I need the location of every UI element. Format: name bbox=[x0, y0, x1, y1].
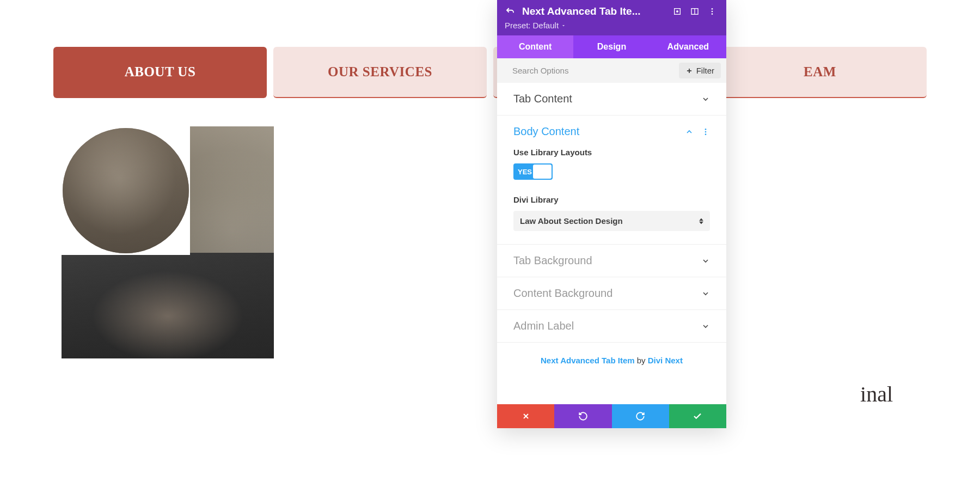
about-image-justice bbox=[63, 128, 189, 253]
save-button[interactable] bbox=[669, 404, 726, 428]
more-options-icon[interactable] bbox=[707, 6, 718, 17]
chevron-up-icon bbox=[685, 127, 694, 136]
filter-button[interactable]: Filter bbox=[679, 63, 721, 78]
author-link[interactable]: Divi Next bbox=[648, 356, 683, 365]
panel-footer bbox=[497, 404, 726, 428]
svg-point-9 bbox=[705, 129, 707, 130]
module-name-link[interactable]: Next Advanced Tab Item bbox=[541, 356, 635, 365]
about-image-composite bbox=[62, 126, 274, 358]
section-title: Content Background bbox=[513, 287, 612, 300]
redo-button[interactable] bbox=[612, 404, 669, 428]
panel-tab-bar: Content Design Advanced bbox=[497, 35, 726, 58]
section-title: Admin Label bbox=[513, 320, 574, 332]
panel-tab-advanced[interactable]: Advanced bbox=[650, 35, 726, 58]
svg-point-10 bbox=[705, 131, 707, 132]
divi-library-label: Divi Library bbox=[513, 195, 710, 204]
svg-point-4 bbox=[712, 8, 713, 10]
panel-tab-content[interactable]: Content bbox=[497, 35, 573, 58]
plus-icon bbox=[685, 67, 693, 75]
search-input[interactable] bbox=[512, 66, 673, 75]
redo-icon bbox=[635, 411, 645, 421]
module-settings-panel: Next Advanced Tab Ite... Preset: Default… bbox=[497, 0, 726, 428]
preset-row[interactable]: Preset: Default bbox=[505, 21, 718, 30]
svg-point-1 bbox=[677, 11, 678, 13]
preset-value: Default bbox=[533, 21, 559, 30]
filter-label: Filter bbox=[696, 66, 714, 75]
section-title: Body Content bbox=[513, 125, 579, 138]
section-title: Tab Content bbox=[513, 93, 572, 105]
section-admin-label[interactable]: Admin Label bbox=[497, 310, 726, 343]
main-tabs: ABOUT US OUR SERVICES TRUSTED US EAM bbox=[0, 0, 980, 98]
check-icon bbox=[693, 411, 702, 421]
by-text: by bbox=[635, 356, 648, 365]
close-button[interactable] bbox=[497, 404, 554, 428]
tab-our-services[interactable]: OUR SERVICES bbox=[273, 47, 487, 98]
chevron-down-icon bbox=[701, 257, 710, 265]
divi-library-select[interactable]: Law About Section Design bbox=[513, 211, 710, 231]
search-row: Filter bbox=[497, 58, 726, 83]
background-heading-fragment: inal bbox=[860, 381, 893, 407]
about-image-lawyer bbox=[62, 253, 274, 358]
tab-about-us[interactable]: ABOUT US bbox=[53, 47, 267, 98]
preset-label: Preset: bbox=[505, 21, 531, 30]
toggle-knob bbox=[533, 165, 552, 179]
panel-body: Tab Content Body Content Use Library Lay… bbox=[497, 83, 726, 404]
undo-icon bbox=[578, 411, 588, 421]
body-content-fields: Use Library Layouts YES Divi Library Law… bbox=[497, 148, 726, 245]
section-body-content[interactable]: Body Content bbox=[497, 115, 726, 148]
section-tab-background[interactable]: Tab Background bbox=[497, 245, 726, 277]
use-library-label: Use Library Layouts bbox=[513, 148, 710, 157]
close-icon bbox=[522, 412, 530, 421]
tab-team[interactable]: EAM bbox=[713, 47, 927, 98]
chevron-down-icon bbox=[701, 289, 710, 298]
section-tab-content[interactable]: Tab Content bbox=[497, 83, 726, 115]
expand-icon[interactable] bbox=[672, 6, 683, 17]
section-title: Tab Background bbox=[513, 254, 592, 267]
svg-point-6 bbox=[712, 13, 713, 15]
chevron-down-icon bbox=[701, 95, 710, 104]
panel-title: Next Advanced Tab Ite... bbox=[522, 5, 665, 17]
panel-tab-design[interactable]: Design bbox=[573, 35, 650, 58]
undo-back-icon[interactable] bbox=[505, 6, 516, 17]
about-image-circle-wrap bbox=[62, 126, 190, 255]
chevron-down-icon bbox=[701, 322, 710, 331]
module-credit: Next Advanced Tab Item by Divi Next bbox=[497, 343, 726, 378]
use-library-toggle[interactable]: YES bbox=[513, 163, 553, 180]
svg-point-11 bbox=[705, 133, 707, 135]
column-view-icon[interactable] bbox=[689, 6, 700, 17]
kebab-icon[interactable] bbox=[701, 127, 710, 136]
svg-point-5 bbox=[712, 11, 713, 13]
undo-button[interactable] bbox=[554, 404, 611, 428]
tab-content-area bbox=[0, 126, 980, 358]
section-content-background[interactable]: Content Background bbox=[497, 277, 726, 310]
panel-header: Next Advanced Tab Ite... Preset: Default bbox=[497, 0, 726, 35]
toggle-value: YES bbox=[513, 168, 532, 176]
caret-down-icon bbox=[561, 23, 566, 28]
